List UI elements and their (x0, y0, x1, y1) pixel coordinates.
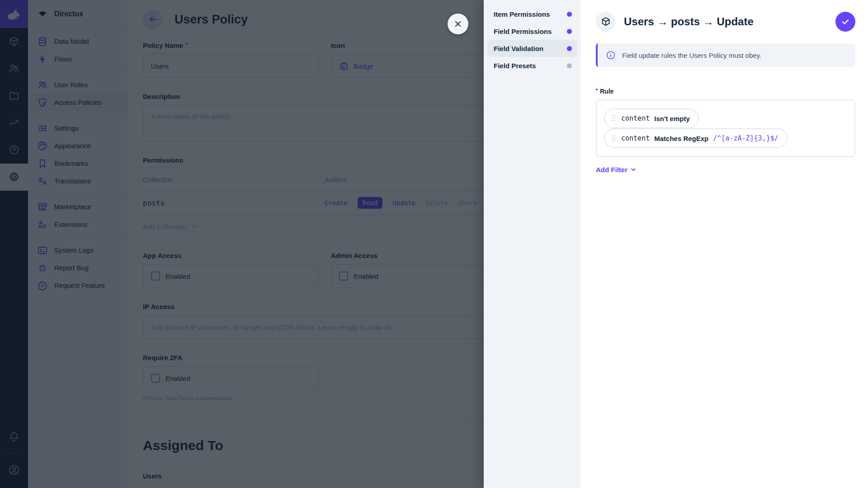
add-filter-button[interactable]: Add Filter (596, 165, 637, 174)
add-filter-label: Add Filter (596, 166, 627, 174)
notice-text: Field update rules the Users Policy must… (622, 52, 761, 59)
permissions-drawer: Item Permissions Field Permissions Field… (484, 0, 868, 488)
rule-label-row: Rule (596, 88, 855, 95)
menu-item-field-presets[interactable]: Field Presets (487, 57, 577, 74)
menu-item-label: Field Presets (494, 62, 536, 70)
status-dot (567, 29, 572, 34)
drawer-content: Users → posts → Update Field update rule… (581, 0, 868, 488)
close-drawer-button[interactable] (448, 14, 468, 34)
drawer-overlay[interactable] (0, 0, 484, 488)
required-dot-icon (596, 89, 598, 90)
filter-pill[interactable]: content Isn't empty (604, 108, 699, 128)
drag-handle-icon[interactable] (610, 114, 617, 122)
info-icon (606, 50, 616, 60)
menu-item-label: Field Validation (494, 45, 543, 52)
menu-item-item-permissions[interactable]: Item Permissions (487, 5, 577, 23)
drawer-menu: Item Permissions Field Permissions Field… (484, 0, 581, 488)
menu-item-label: Field Permissions (494, 28, 552, 35)
check-icon (840, 17, 850, 27)
info-notice: Field update rules the Users Policy must… (596, 43, 855, 67)
drawer-title: Users → posts → Update (624, 15, 827, 28)
close-icon (453, 19, 463, 29)
drawer-header: Users → posts → Update (596, 12, 855, 32)
status-dot (567, 63, 572, 68)
filter-value[interactable]: /^[a-zA-Z]{3,}$/ (713, 134, 778, 142)
filter-field[interactable]: content (621, 134, 650, 142)
menu-item-field-permissions[interactable]: Field Permissions (487, 23, 577, 40)
drag-handle-icon[interactable] (610, 134, 617, 142)
filter-operator[interactable]: Isn't empty (654, 115, 690, 122)
filter-pill[interactable]: content Matches RegExp /^[a-zA-Z]{3,}$/ (604, 128, 788, 148)
menu-item-field-validation[interactable]: Field Validation (487, 40, 577, 57)
filter-field[interactable]: content (621, 114, 650, 122)
menu-item-label: Item Permissions (494, 10, 550, 18)
collection-cube-icon (596, 12, 616, 32)
chevron-down-icon (629, 165, 637, 174)
status-dot (567, 46, 572, 51)
rule-label: Rule (600, 88, 613, 95)
confirm-button[interactable] (835, 12, 855, 32)
filter-operator[interactable]: Matches RegExp (654, 135, 708, 142)
status-dot (567, 12, 572, 17)
rules-box: content Isn't empty content Matches RegE… (596, 99, 855, 157)
